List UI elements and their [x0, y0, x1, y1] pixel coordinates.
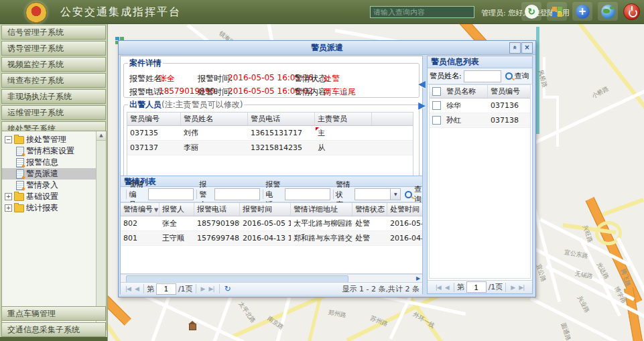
- map-building-icon: [189, 324, 196, 330]
- officer-name-input[interactable]: [464, 70, 501, 82]
- officer-row[interactable]: 孙红 037138: [430, 113, 530, 128]
- transfer-right-icon[interactable]: ▶: [418, 100, 426, 111]
- sidebar-item-video[interactable]: 视频监控子系统: [1, 57, 106, 72]
- sidebar-item-key-vehicles[interactable]: 重点车辆管理: [1, 306, 106, 321]
- refresh-list-icon[interactable]: ↻: [224, 284, 231, 293]
- incident-row[interactable]: 802 张全 18579019890 2016-05-05 16:... 太平北…: [121, 216, 422, 231]
- first-page-icon[interactable]: |◀: [125, 285, 131, 292]
- dispatch-row[interactable]: 037137 李丽 13215814235 从: [127, 141, 413, 155]
- tree-leaf-archive-settings[interactable]: 警情档案设置: [2, 145, 106, 157]
- document-icon: [16, 158, 24, 167]
- expand-toggle-icon[interactable]: +: [5, 204, 12, 212]
- row-checkbox[interactable]: [432, 101, 441, 110]
- map-road: [602, 198, 644, 216]
- pager-summary: 显示 1 - 2 条,共计 2 条: [342, 284, 420, 294]
- sidebar-item-signal[interactable]: 信号管理子系统: [1, 25, 106, 40]
- page-number-input[interactable]: [156, 283, 176, 295]
- scroll-right-icon[interactable]: ▶: [414, 275, 422, 282]
- scroll-up-icon[interactable]: ▲: [96, 131, 106, 141]
- column-header[interactable]: 报警时间: [240, 203, 291, 216]
- next-page-icon[interactable]: ▶: [511, 284, 515, 291]
- dispatch-grid-header: 警员编号 警员姓名 警员电话 主责警员: [127, 113, 413, 126]
- column-header[interactable]: 报警电话: [194, 203, 240, 216]
- tree-leaf-label: 报警信息: [26, 157, 58, 168]
- prev-page-icon[interactable]: ◀: [445, 284, 449, 291]
- sidebar-item-checkpoint[interactable]: 缉查布控子系统: [1, 73, 106, 88]
- incident-search-toolbar: 警情编号: 报警人: 报警电话: 警情状态: ▼ 查询: [121, 187, 422, 202]
- toolbar-separator: [505, 283, 506, 292]
- column-header[interactable]: 报警人: [159, 203, 194, 216]
- toolbar-separator: [196, 190, 197, 199]
- expand-toggle-icon[interactable]: +: [5, 193, 12, 200]
- page-prefix: 第: [147, 284, 154, 294]
- select-all-checkbox[interactable]: [432, 87, 441, 96]
- add-icon[interactable]: +: [572, 2, 592, 21]
- cell-lead-flag[interactable]: 主: [315, 126, 372, 140]
- close-dialog-icon[interactable]: ×: [521, 42, 533, 54]
- incident-id-input[interactable]: [148, 188, 194, 200]
- search-icon[interactable]: [405, 191, 412, 198]
- sidebar-item-guidance[interactable]: 诱导管理子系统: [1, 41, 106, 56]
- phone-input[interactable]: [285, 188, 330, 200]
- column-header[interactable]: 处警时间: [387, 203, 422, 216]
- cell-address: 太平北路与柳园路...: [291, 216, 352, 230]
- column-header[interactable]: 警员编号: [127, 113, 181, 125]
- cell-officer-phone: 13215814235: [248, 141, 315, 155]
- column-header[interactable]: 警情详细地址: [291, 203, 352, 216]
- apps-grid-icon[interactable]: [547, 2, 567, 21]
- transfer-left-icon[interactable]: ◀: [418, 78, 426, 89]
- cell-incident-id: 801: [121, 231, 159, 245]
- tree-node-statistics[interactable]: + 统计报表: [2, 202, 106, 214]
- officer-row[interactable]: 徐华 037136: [430, 98, 530, 113]
- column-header[interactable]: 警员姓名: [181, 113, 248, 125]
- column-header[interactable]: 警情状态: [352, 203, 387, 216]
- row-checkbox[interactable]: [432, 116, 441, 125]
- next-page-icon[interactable]: ▶: [201, 285, 205, 292]
- tree-leaf-officer-dispatch[interactable]: 警员派遣: [2, 168, 106, 180]
- search-icon[interactable]: [505, 72, 513, 80]
- page-number-input[interactable]: [466, 281, 487, 293]
- collapse-toggle-icon[interactable]: −: [5, 136, 12, 143]
- cell-reporter: 王守顺: [159, 231, 194, 245]
- status-select-input[interactable]: [355, 188, 391, 200]
- power-logout-icon[interactable]: [623, 3, 640, 20]
- cell-lead-flag[interactable]: 从: [315, 141, 372, 155]
- column-header[interactable]: 主责警员: [315, 113, 372, 125]
- police-badge-logo: [25, 2, 47, 23]
- plus-glyph: +: [576, 5, 590, 19]
- sidebar-item-traffic-info[interactable]: 交通信息采集子系统: [1, 322, 106, 337]
- column-header-sorted[interactable]: 警情编号▼: [121, 203, 159, 216]
- column-header[interactable]: 警员电话: [248, 113, 315, 125]
- prev-page-icon[interactable]: ◀: [135, 285, 139, 292]
- tree-scrollbar[interactable]: ▲ ▼: [96, 131, 106, 330]
- column-header[interactable]: 警员名称: [444, 85, 488, 98]
- globe-icon[interactable]: [598, 2, 618, 21]
- sidebar-item-maintenance[interactable]: 运维管理子系统: [1, 105, 106, 120]
- globe-glyph: [601, 5, 615, 19]
- reporter-input[interactable]: [214, 188, 260, 200]
- grid-glyph: [552, 7, 562, 17]
- last-page-icon[interactable]: ▶|: [209, 285, 214, 292]
- incident-row[interactable]: 801 王守顺 15769974813 2016-04-13 12:... 郑和…: [121, 231, 422, 246]
- chevron-down-icon[interactable]: ▼: [391, 188, 401, 200]
- first-page-icon[interactable]: |◀: [436, 284, 441, 291]
- global-search-input[interactable]: [370, 6, 474, 18]
- tree-leaf-incident-entry[interactable]: 警情录入: [2, 180, 106, 191]
- tree-leaf-alarm-info[interactable]: 报警信息: [2, 157, 106, 168]
- tree-node-dispatch-mgmt[interactable]: − 接处警管理: [2, 134, 106, 145]
- status-select[interactable]: ▼: [355, 188, 401, 200]
- last-page-icon[interactable]: ▶|: [519, 284, 524, 291]
- refresh-icon[interactable]: ↻: [521, 2, 541, 21]
- dispatch-row[interactable]: 037135 刘伟 13615131717 主: [127, 126, 413, 141]
- officer-search-button[interactable]: 查询: [515, 71, 529, 81]
- column-header[interactable]: 警员编号: [488, 85, 530, 98]
- dialog-titlebar[interactable]: 警员派遣: [119, 41, 535, 55]
- incident-search-button[interactable]: 查询: [414, 184, 422, 204]
- document-icon: [16, 169, 24, 179]
- dispatch-personnel-fieldset: 出警人员(注:主责警员可以修改) 警员编号 警员姓名 警员电话 主责警员 037…: [123, 99, 420, 185]
- collapse-dialog-icon[interactable]: «: [509, 42, 521, 54]
- sidebar-item-offsite[interactable]: 非现场执法子系统: [1, 89, 106, 104]
- field-value: 张全: [159, 73, 175, 84]
- page-prefix: 第: [457, 282, 464, 292]
- tree-node-basic-settings[interactable]: + 基础设置: [2, 191, 106, 202]
